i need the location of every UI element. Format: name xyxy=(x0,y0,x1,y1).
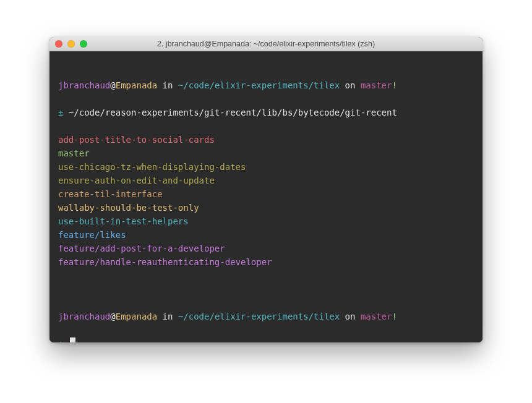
output-line: create-til-interface xyxy=(58,187,474,201)
prompt-symbol: ± xyxy=(58,339,63,342)
blank-line xyxy=(58,282,474,296)
prompt-user: jbranchaud xyxy=(58,80,110,90)
prompt-at: @ xyxy=(110,80,115,90)
prompt-on: on xyxy=(340,80,361,90)
prompt-line-1: jbranchaud@Empanada in ~/code/elixir-exp… xyxy=(58,78,474,92)
output-line: wallaby-should-be-test-only xyxy=(58,201,474,214)
prompt-bang: ! xyxy=(392,80,397,90)
output-line: use-built-in-test-helpers xyxy=(58,214,474,228)
prompt-bang: ! xyxy=(392,312,397,321)
terminal-window: 2. jbranchaud@Empanada: ~/code/elixir-ex… xyxy=(49,37,483,342)
prompt-in: in xyxy=(157,312,178,321)
output-line: use-chicago-tz-when-displaying-dates xyxy=(58,160,474,174)
titlebar[interactable]: 2. jbranchaud@Empanada: ~/code/elixir-ex… xyxy=(49,37,483,51)
close-icon[interactable] xyxy=(55,40,62,48)
prompt-symbol: ± xyxy=(58,108,63,117)
command-line: ± ~/code/reason-experiments/git-recent/l… xyxy=(58,106,474,119)
prompt-path: ~/code/elixir-experiments/tilex xyxy=(178,80,340,90)
prompt-host: Empanada xyxy=(116,312,157,321)
prompt-user: jbranchaud xyxy=(58,312,110,321)
command-output: add-post-title-to-social-cardsmasteruse-… xyxy=(58,133,474,269)
zoom-icon[interactable] xyxy=(80,40,87,48)
output-line: ensure-auth-on-edit-and-update xyxy=(58,174,474,187)
output-line: add-post-title-to-social-cards xyxy=(58,133,474,146)
output-line: feature/handle-reauthenticating-develope… xyxy=(58,255,474,269)
output-line: feature/likes xyxy=(58,228,474,242)
window-title: 2. jbranchaud@Empanada: ~/code/elixir-ex… xyxy=(49,40,483,48)
prompt-branch: master xyxy=(361,80,392,90)
prompt-line-2: jbranchaud@Empanada in ~/code/elixir-exp… xyxy=(58,310,474,323)
prompt-cursor-line: ± xyxy=(58,337,474,342)
prompt-host: Empanada xyxy=(116,80,157,90)
prompt-path: ~/code/elixir-experiments/tilex xyxy=(178,312,340,321)
cursor-icon xyxy=(70,337,75,342)
traffic-lights xyxy=(49,40,87,48)
prompt-in: in xyxy=(157,80,178,90)
prompt-on: on xyxy=(340,312,361,321)
output-line: master xyxy=(58,146,474,160)
prompt-at: @ xyxy=(110,312,115,321)
output-line: feature/add-post-for-a-developer xyxy=(58,242,474,255)
command-text: ~/code/reason-experiments/git-recent/lib… xyxy=(69,108,397,117)
minimize-icon[interactable] xyxy=(67,40,75,48)
prompt-branch: master xyxy=(361,312,392,321)
terminal-body[interactable]: jbranchaud@Empanada in ~/code/elixir-exp… xyxy=(49,51,483,342)
